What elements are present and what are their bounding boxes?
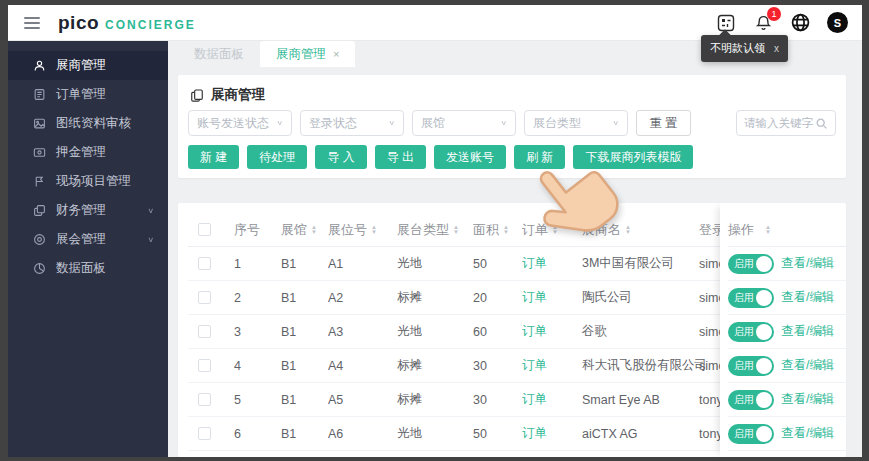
sort-icon[interactable]: ▲▼ [765, 225, 771, 235]
sidebar-item-deposit-management[interactable]: 押金管理 [8, 138, 168, 167]
row-checkbox[interactable] [198, 257, 211, 270]
user-avatar[interactable]: S [827, 12, 848, 33]
cell-exhibitor: 陶氏公司 [582, 289, 699, 306]
search-icon[interactable] [815, 117, 828, 130]
sidebar-item-label: 财务管理 [56, 202, 106, 219]
cell-hall: B1 [281, 325, 328, 339]
cell-area: 50 [473, 257, 522, 271]
row-checkbox[interactable] [198, 359, 211, 372]
order-link[interactable]: 订单 [522, 357, 547, 374]
enable-toggle[interactable]: 启用 [728, 254, 774, 274]
sort-icon[interactable]: ▲▼ [552, 225, 558, 235]
chevron-down-icon: ∨ [276, 119, 283, 127]
filter-card: 展商管理 账号发送状态 ∨ 登录状态 ∨ 展馆 ∨ [178, 75, 846, 178]
actions-cell-partial: 启用 [728, 451, 846, 457]
sidebar-item-onsite-project-management[interactable]: 现场项目管理 [8, 167, 168, 196]
cell-index: 3 [234, 325, 281, 339]
cell-booth-type: 标摊 [397, 391, 473, 408]
select-all-checkbox[interactable] [198, 223, 211, 236]
sidebar-item-drawing-review[interactable]: 图纸资料审核 [8, 109, 168, 138]
cell-exhibitor: 科大讯飞股份有限公司 [582, 357, 699, 374]
sidebar-item-exhibition-management[interactable]: 展会管理 ∨ [8, 225, 168, 254]
toggle-label: 启用 [734, 393, 754, 407]
sidebar-item-order-management[interactable]: 订单管理 [8, 80, 168, 109]
hamburger-menu-icon[interactable] [24, 17, 40, 29]
select-booth-type[interactable]: 展台类型 ∨ [524, 110, 628, 136]
sidebar-item-label: 图纸资料审核 [56, 115, 131, 132]
view-edit-link[interactable]: 查看/编辑 [781, 357, 834, 374]
row-checkbox[interactable] [198, 427, 211, 440]
tab-close-icon[interactable]: × [333, 48, 339, 60]
order-link[interactable]: 订单 [522, 391, 547, 408]
enable-toggle[interactable]: 启用 [728, 424, 774, 444]
cell-hall: B1 [281, 257, 328, 271]
keyword-search-box [736, 110, 836, 136]
column-header-hall: 展馆 [281, 221, 307, 239]
view-edit-link[interactable]: 查看/编辑 [781, 289, 834, 306]
cell-booth-type: 光地 [397, 323, 473, 340]
sidebar-item-finance-management[interactable]: 财务管理 ∨ [8, 196, 168, 225]
order-link[interactable]: 订单 [522, 289, 547, 306]
search-input[interactable] [744, 117, 815, 129]
view-edit-link[interactable]: 查看/编辑 [781, 255, 834, 272]
sort-icon[interactable]: ▲▼ [311, 225, 317, 235]
order-link[interactable]: 订单 [522, 425, 547, 442]
view-edit-link[interactable]: 查看/编辑 [781, 425, 834, 442]
refresh-button[interactable]: 刷 新 [514, 145, 565, 169]
cell-booth-no: A3 [328, 325, 397, 339]
toggle-label: 启用 [734, 427, 754, 441]
logo-pico: pico [58, 12, 99, 34]
chevron-down-icon: ∨ [147, 236, 154, 244]
view-edit-link[interactable]: 查看/编辑 [781, 323, 834, 340]
select-login-status[interactable]: 登录状态 ∨ [300, 110, 404, 136]
tab-label: 展商管理 [276, 46, 326, 63]
cell-booth-type: 光地 [397, 425, 473, 442]
actions-cell: 启用 查看/编辑 [728, 349, 846, 383]
cell-exhibitor: aiCTX AG [582, 427, 699, 441]
send-account-button[interactable]: 发送账号 [434, 145, 506, 169]
select-hall[interactable]: 展馆 ∨ [412, 110, 516, 136]
pending-button[interactable]: 待处理 [247, 145, 307, 169]
sort-icon[interactable]: ▲▼ [503, 225, 509, 235]
cell-area: 30 [473, 393, 522, 407]
notification-badge: 1 [767, 7, 781, 21]
reset-button[interactable]: 重 置 [636, 110, 691, 136]
language-globe-icon[interactable] [790, 13, 810, 33]
column-header-booth-type: 展台类型 [397, 221, 449, 239]
tab-data-panel[interactable]: 数据面板 [178, 41, 260, 67]
import-button[interactable]: 导 入 [315, 145, 366, 169]
order-link[interactable]: 订单 [522, 255, 547, 272]
tab-exhibitor-management[interactable]: 展商管理 × [260, 41, 355, 67]
view-edit-link[interactable]: 查看/编辑 [781, 391, 834, 408]
row-checkbox[interactable] [198, 325, 211, 338]
select-placeholder: 登录状态 [309, 115, 357, 132]
enable-toggle[interactable]: 启用 [728, 356, 774, 376]
order-link[interactable]: 订单 [522, 323, 547, 340]
chevron-down-icon: ∨ [388, 119, 395, 127]
enable-toggle[interactable]: 启用 [728, 288, 774, 308]
onsite-project-icon [32, 175, 46, 189]
sidebar: 展商管理 订单管理 图纸资料审核 押金管理 [8, 41, 168, 457]
sort-icon[interactable]: ▲▼ [371, 225, 377, 235]
export-button[interactable]: 导 出 [375, 145, 426, 169]
download-exhibitor-list-template-button[interactable]: 下载展商列表模版 [573, 145, 693, 169]
sidebar-item-data-panel[interactable]: 数据面板 [8, 254, 168, 283]
cell-booth-type: 标摊 [397, 357, 473, 374]
chevron-down-icon: ∨ [147, 207, 154, 215]
sidebar-item-exhibitor-management[interactable]: 展商管理 [8, 51, 168, 80]
notification-bell-icon[interactable]: 1 [753, 13, 773, 33]
tooltip-close-icon[interactable]: x [774, 43, 779, 54]
new-button[interactable]: 新 建 [188, 145, 239, 169]
enable-toggle[interactable]: 启用 [728, 390, 774, 410]
select-account-send-status[interactable]: 账号发送状态 ∨ [188, 110, 292, 136]
sort-icon[interactable]: ▲▼ [625, 225, 631, 235]
enable-toggle[interactable]: 启用 [728, 322, 774, 342]
page-title: 展商管理 [211, 86, 265, 104]
cell-booth-no: A1 [328, 257, 397, 271]
topbar-actions: 1 S [716, 12, 848, 33]
row-checkbox[interactable] [198, 393, 211, 406]
sort-icon[interactable]: ▲▼ [453, 225, 459, 235]
cell-index: 4 [234, 359, 281, 373]
row-checkbox[interactable] [198, 291, 211, 304]
sidebar-item-label: 数据面板 [56, 260, 106, 277]
